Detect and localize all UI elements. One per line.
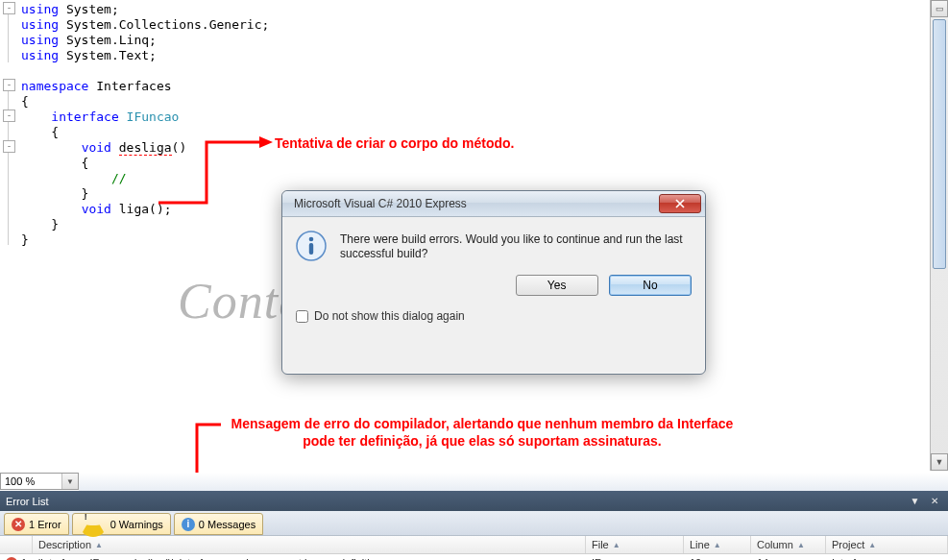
close-button[interactable] — [659, 194, 701, 213]
svg-point-1 — [309, 237, 314, 242]
close-icon[interactable]: ✕ — [926, 494, 942, 508]
fold-toggle[interactable]: - — [3, 110, 15, 122]
panel-title: Error List — [6, 496, 904, 507]
zoom-combo[interactable]: 100 % ▼ — [0, 473, 79, 490]
scroll-thumb[interactable] — [933, 19, 946, 269]
error-icon: ✕ — [6, 557, 17, 561]
error-row[interactable]: ✕1 'Interfaces.IFuncao.desliga()': inter… — [0, 554, 948, 560]
warning-icon — [80, 512, 107, 537]
col-index[interactable] — [0, 536, 33, 553]
col-file[interactable]: File▲ — [586, 536, 684, 553]
col-project[interactable]: Project▲ — [826, 536, 948, 553]
outline-gutter: - - - - — [0, 0, 19, 473]
col-line[interactable]: Line▲ — [684, 536, 751, 553]
fold-toggle[interactable]: - — [3, 2, 15, 14]
dialog-titlebar[interactable]: Microsoft Visual C# 2010 Express — [282, 191, 705, 217]
annotation-text: Tentativa de criar o corpo do método. — [275, 135, 514, 151]
dialog-message: There were build errors. Would you like … — [340, 231, 692, 261]
hscroll-area — [79, 473, 948, 491]
dont-show-checkbox[interactable] — [296, 310, 308, 323]
chevron-down-icon[interactable]: ▼ — [61, 474, 78, 489]
error-icon: ✕ — [12, 518, 25, 531]
col-column[interactable]: Column▲ — [751, 536, 826, 553]
build-errors-dialog: Microsoft Visual C# 2010 Express There w… — [281, 190, 706, 375]
zoom-value: 100 % — [5, 475, 35, 487]
messages-tab[interactable]: i 0 Messages — [174, 513, 263, 535]
info-icon — [296, 231, 327, 261]
annotation-text: Mensagem de erro do compilador, alertand… — [218, 415, 746, 450]
fold-toggle[interactable]: - — [3, 79, 15, 91]
error-columns: Description▲ File▲ Line▲ Column▲ Project… — [0, 536, 948, 554]
no-button[interactable]: No — [609, 275, 692, 296]
error-list-header[interactable]: Error List ▼ ✕ — [0, 491, 948, 511]
close-icon — [674, 199, 686, 208]
error-filter-tabs: ✕ 1 Error 0 Warnings i 0 Messages — [0, 511, 948, 536]
chevron-down-icon[interactable]: ▼ — [907, 494, 923, 508]
dialog-title: Microsoft Visual C# 2010 Express — [294, 197, 659, 210]
scroll-down-button[interactable]: ▼ — [931, 453, 948, 471]
fold-toggle[interactable]: - — [3, 140, 15, 153]
error-list-panel: Error List ▼ ✕ ✕ 1 Error 0 Warnings i 0 … — [0, 491, 948, 560]
warnings-tab[interactable]: 0 Warnings — [72, 513, 171, 535]
col-description[interactable]: Description▲ — [33, 536, 586, 553]
yes-button[interactable]: Yes — [516, 275, 598, 296]
svg-rect-2 — [309, 243, 313, 255]
checkbox-label: Do not show this dialog again — [314, 309, 465, 323]
scroll-split-icon[interactable]: ▭ — [931, 0, 948, 17]
vertical-scrollbar[interactable]: ▭ ▼ — [930, 0, 948, 471]
errors-tab[interactable]: ✕ 1 Error — [4, 513, 69, 535]
arrow-icon — [259, 136, 273, 148]
info-icon: i — [182, 518, 195, 531]
